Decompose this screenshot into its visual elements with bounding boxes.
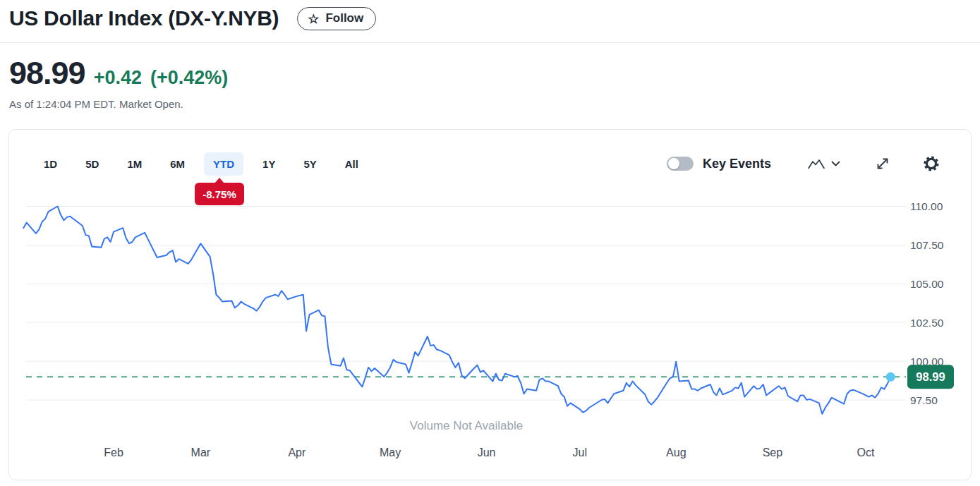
- price-line-series: [23, 207, 890, 414]
- range-tab-1m[interactable]: 1M: [118, 152, 151, 176]
- chevron-down-icon: [831, 161, 840, 166]
- current-price-flag-label: 98.99: [916, 370, 945, 383]
- y-axis-label: 97.50: [910, 394, 938, 406]
- range-tab-5y[interactable]: 5Y: [294, 152, 325, 176]
- follow-button[interactable]: ☆ Follow: [297, 7, 376, 30]
- x-axis-label: Aug: [666, 446, 686, 458]
- fullscreen-button[interactable]: [876, 157, 890, 171]
- expand-icon: [876, 157, 890, 171]
- y-axis-label: 107.50: [910, 239, 944, 251]
- latest-price-marker: [886, 372, 895, 382]
- line-chart-type-icon: [808, 159, 825, 169]
- settings-gear-icon: [924, 156, 939, 171]
- price-change-percent: (+0.42%): [150, 67, 228, 89]
- range-tabs: 1D5D1M6MYTD1Y5YAll: [35, 152, 368, 176]
- x-axis-label: Jun: [478, 446, 496, 458]
- toggle-knob: [668, 158, 679, 169]
- chart-controls: Key Events: [667, 156, 939, 171]
- range-tab-ytd[interactable]: YTD: [204, 152, 243, 176]
- x-axis-label: Feb: [104, 446, 123, 458]
- current-price: 98.99: [9, 55, 85, 92]
- range-tab-1y[interactable]: 1Y: [253, 152, 284, 176]
- x-axis-label: Oct: [857, 446, 875, 458]
- price-change: +0.42: [94, 67, 142, 89]
- x-axis-label: Apr: [288, 446, 306, 458]
- range-tab-6m[interactable]: 6M: [161, 152, 194, 176]
- x-axis-label: May: [380, 446, 401, 458]
- chart-toolbar: 1D5D1M6MYTD1Y5YAll Key Events: [35, 151, 939, 176]
- as-of-timestamp: As of 1:24:04 PM EDT. Market Open.: [0, 92, 980, 110]
- range-tab-5d[interactable]: 5D: [76, 152, 108, 176]
- price-chart[interactable]: 110.00107.50105.00102.50100.0097.50FebMa…: [9, 186, 971, 478]
- chart-type-button[interactable]: [808, 159, 840, 169]
- follow-button-label: Follow: [325, 11, 363, 25]
- range-tab-all[interactable]: All: [336, 152, 368, 176]
- page-title: US Dollar Index (DX-Y.NYB): [9, 6, 279, 30]
- x-axis-label: Sep: [763, 446, 783, 458]
- settings-button[interactable]: [924, 156, 939, 171]
- chart-panel: 1D5D1M6MYTD1Y5YAll Key Events: [8, 129, 972, 480]
- x-axis-label: Jul: [573, 446, 587, 458]
- y-axis-label: 102.50: [910, 317, 944, 329]
- quote-header: US Dollar Index (DX-Y.NYB) ☆ Follow 98.9…: [0, 0, 980, 110]
- x-axis-label: Mar: [191, 446, 211, 458]
- volume-not-available-label: Volume Not Available: [410, 419, 523, 432]
- key-events-toggle[interactable]: [667, 157, 694, 171]
- y-axis-label: 105.00: [910, 278, 944, 290]
- range-tab-1d[interactable]: 1D: [35, 152, 66, 176]
- key-events-label: Key Events: [703, 157, 771, 171]
- star-icon: ☆: [308, 13, 319, 25]
- y-axis-label: 110.00: [910, 200, 943, 212]
